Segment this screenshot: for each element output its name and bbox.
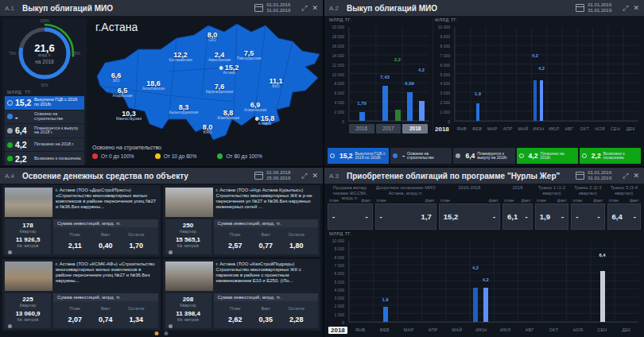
ring-icon xyxy=(330,153,335,158)
map-region-Кызылординская[interactable]: 8,3Кызылординская xyxy=(169,103,198,114)
calendar-icon[interactable] xyxy=(254,172,263,180)
plan-value: 1,9 xyxy=(540,212,550,221)
calendar-icon[interactable] xyxy=(576,172,584,180)
map-region-Мангистауская[interactable]: 10,3Мангистауская xyxy=(116,110,142,121)
map-region-СКО[interactable]: 8,0СКО xyxy=(208,31,218,42)
region-name: Карагандинская xyxy=(206,90,233,94)
map-region-ВКО[interactable]: 11,1ВКО xyxy=(269,77,282,88)
map-region-Павлодарская[interactable]: 7,5Павлодарская xyxy=(237,49,262,60)
map-region-Атырауская[interactable]: 6,5Атырауская xyxy=(112,87,132,98)
legend-item[interactable]: 6,4Планируется к выкупу на 2018 г. xyxy=(5,124,84,138)
date-range[interactable]: 01.01.2016 31.01.2019 xyxy=(588,2,611,14)
rest-value: 2,28 xyxy=(281,316,312,323)
legend-color-dot xyxy=(155,153,161,159)
year-button-2016[interactable]: 2016 xyxy=(349,124,374,134)
apartments-label: Квартир xyxy=(5,229,51,234)
investment-box: Сумма инвестиций, млрд. тг.ПланФактОстат… xyxy=(53,219,158,254)
project-card[interactable]: г. Астана (ТОО «КСМК-АФ») «Строительство… xyxy=(2,259,161,331)
expand-icon[interactable]: ⤢ xyxy=(623,4,628,13)
card-stats: 178Квартир11 926,5Кв. метровСумма инвест… xyxy=(5,219,158,254)
fact-label: факт xyxy=(593,198,603,203)
card-carousel-dot[interactable] xyxy=(169,324,173,328)
column-header: 2018 xyxy=(502,185,533,197)
plan-value: 6,4 xyxy=(612,212,623,221)
fact-value: 0,74 xyxy=(91,316,122,323)
bar-label: 4,2 xyxy=(532,53,538,58)
plan-label: план xyxy=(329,198,339,203)
fact-label: Факт xyxy=(91,306,122,311)
map-region-Алматы[interactable]: 15,8Алматы xyxy=(255,114,275,126)
green-dot-icon xyxy=(7,156,13,161)
apartments-count: 250 xyxy=(165,222,211,229)
close-icon[interactable]: ✕ xyxy=(633,4,639,12)
close-icon[interactable]: ✕ xyxy=(312,172,318,180)
calendar-icon[interactable] xyxy=(576,4,584,12)
legend-item[interactable]: 2,2Возможно к погашению xyxy=(580,148,641,164)
map-region-Карагандинская[interactable]: 7,6Карагандинская xyxy=(206,83,233,94)
plan-label: план xyxy=(609,198,619,203)
bar xyxy=(395,110,401,121)
calendar-icon[interactable] xyxy=(254,4,263,12)
y-tick-label: 5 000 xyxy=(440,72,450,77)
bar-label: 1,9 xyxy=(475,91,481,96)
bar-label: 7,43 xyxy=(380,75,389,79)
close-icon[interactable]: ✕ xyxy=(633,172,639,180)
gray-dot-icon xyxy=(456,153,460,158)
bar-label: 4,2 xyxy=(483,277,489,282)
expand-icon[interactable]: ⤢ xyxy=(301,4,307,13)
year-button-2018[interactable]: 2018 xyxy=(402,124,428,134)
carousel-dot-active[interactable] xyxy=(155,331,159,335)
date-to: 25.06.2019 xyxy=(266,176,290,180)
fact-value: - xyxy=(634,212,636,221)
legend-item[interactable]: 2,2Возможно к погашению xyxy=(5,152,84,165)
map-region-ЮКО[interactable]: 8,0ЮКО xyxy=(203,123,213,134)
region-name: Жамбылская xyxy=(217,116,239,120)
map-region-Костанайская[interactable]: 12,2Костанайская xyxy=(169,51,192,62)
project-card[interactable]: г. Астана (ТОО «КазСтройПодряд») Строите… xyxy=(163,259,321,331)
area-value: 15 565,1 xyxy=(165,236,211,243)
map-region-Актюбинская[interactable]: 18,6Актюбинская xyxy=(142,79,165,91)
card-carousel-dot[interactable] xyxy=(169,250,173,254)
legend-item[interactable]: 4,2Погашено на 2018г. xyxy=(517,148,578,164)
month-label: ИЮН xyxy=(469,327,493,332)
panel-id: A.4 xyxy=(5,172,14,180)
month-label: МАЙ xyxy=(445,327,469,332)
plan-label: План xyxy=(60,232,91,237)
year-button-2017[interactable]: 2017 xyxy=(376,124,402,134)
column-header: Транш 1 (1-2 квартал) xyxy=(535,185,568,197)
y-tick-label: 9 000 xyxy=(334,246,344,251)
expand-icon[interactable]: ⤢ xyxy=(623,172,628,180)
apartments-label: Квартир xyxy=(165,303,211,308)
legend-item[interactable]: 6,4Планируется к выкупу на 2018г. xyxy=(453,148,514,164)
legend-item[interactable]: -Освоено на строительстве xyxy=(5,110,84,124)
fact-value: - xyxy=(493,212,495,221)
legend-item[interactable]: 15,2Выкупили ГЦБ с 2016 по 2018г. xyxy=(5,96,84,110)
blue-dot-icon xyxy=(393,153,398,158)
map-legend-label: От 0 до 100% xyxy=(101,153,134,159)
legend-item[interactable]: 15,2Выкупили ГЦБ с 2016 по 2018г. xyxy=(328,148,389,164)
expand-icon[interactable]: ⤢ xyxy=(301,172,307,180)
kazakhstan-map[interactable]: г.Астана 8,0СКО12,2Костанайская2,4Акмоли… xyxy=(89,19,321,146)
legend-item[interactable]: -Освоено на строительстве xyxy=(390,148,452,164)
map-region-ЗКО[interactable]: 6,6ЗКО xyxy=(111,72,122,83)
card-carousel-dot[interactable] xyxy=(8,324,12,328)
y-tick-label: 16 000 xyxy=(332,44,344,48)
map-region-Жамбылская[interactable]: 8,8Жамбылская xyxy=(217,109,239,120)
date-range[interactable]: 01.01.2016 31.01.2019 xyxy=(588,170,611,181)
plan-fact-labels: планфакт xyxy=(375,197,436,203)
card-carousel-dot[interactable] xyxy=(8,250,12,254)
date-range[interactable]: 01.06.2018 25.06.2019 xyxy=(266,170,290,181)
close-icon[interactable]: ✕ xyxy=(312,4,318,12)
map-region-Алматинская[interactable]: 6,9Алматинская xyxy=(244,101,266,112)
y-tick-label: 1 000 xyxy=(440,110,450,114)
project-card[interactable]: г. Астана (ТОО «Нур Астана Курылыс») Стр… xyxy=(163,185,321,257)
carousel-dot[interactable] xyxy=(165,331,169,335)
project-card[interactable]: г. Астана (ТОО «ДорСтройТрест») «Строите… xyxy=(2,185,161,257)
project-title: г. Астана (ТОО «Нур Астана Курылыс») Стр… xyxy=(216,188,319,217)
legend-item[interactable]: 4,2Погашено на 2018 г. xyxy=(5,138,84,152)
month-label: НОЯ xyxy=(592,126,607,131)
date-range[interactable]: 01.01.2016 31.01.2019 xyxy=(266,2,290,14)
map-legend-item: От 10 до 80% xyxy=(155,153,197,159)
map-region-Акмолинская[interactable]: 2,4Акмолинская xyxy=(208,51,231,62)
map-region-Астана[interactable]: 15,2Астана xyxy=(219,64,239,75)
